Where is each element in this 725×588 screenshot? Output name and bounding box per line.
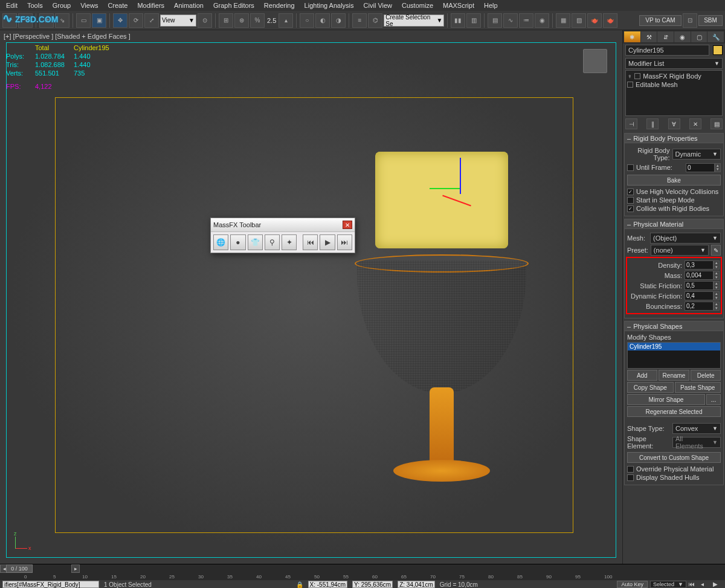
display-hulls-checkbox[interactable]: [627, 474, 634, 481]
mirror-shape-button[interactable]: Mirror Shape: [627, 394, 705, 405]
delete-shape-button[interactable]: Delete: [691, 370, 721, 381]
vp-to-cam-button[interactable]: VP to CAM: [639, 15, 682, 26]
tab-motion-icon[interactable]: ◉: [674, 31, 691, 42]
override-mat-checkbox[interactable]: [627, 466, 634, 473]
menu-customize[interactable]: Customize: [398, 2, 437, 9]
until-frame-checkbox[interactable]: [627, 164, 634, 171]
convert-shape-button[interactable]: Convert to Custom Shape: [627, 452, 721, 463]
massfx-world-icon[interactable]: 🌐: [213, 234, 228, 250]
collide-checkbox[interactable]: ✓: [627, 205, 634, 212]
stack-item-editmesh[interactable]: Editable Mesh: [627, 80, 721, 89]
stack-item-massfx[interactable]: ♀MassFX Rigid Body: [627, 72, 721, 80]
menu-rendering[interactable]: Rendering: [260, 2, 298, 9]
massfx-step-icon[interactable]: ⏭: [337, 234, 352, 250]
regen-button[interactable]: Regenerate Selected: [627, 406, 721, 417]
curve-editor-icon[interactable]: ∿: [503, 13, 518, 28]
render-setup-icon[interactable]: ▦: [556, 13, 570, 28]
modifier-stack[interactable]: ♀MassFX Rigid Body Editable Mesh: [625, 70, 723, 116]
sleep-checkbox[interactable]: [627, 197, 634, 204]
rollout-physmat-header[interactable]: Physical Material: [625, 219, 723, 229]
massfx-titlebar[interactable]: MassFX Toolbar ✕: [211, 218, 355, 231]
scale-icon[interactable]: ⤢: [144, 13, 159, 28]
object-color-swatch[interactable]: [713, 45, 723, 55]
coord-z[interactable]: Z: 34,041cm: [398, 581, 435, 588]
prev-frame-icon[interactable]: ◂: [701, 581, 710, 588]
preset-dropdown[interactable]: (none)▼: [651, 245, 709, 256]
menu-edit[interactable]: Edit: [2, 2, 21, 9]
shape-type-dropdown[interactable]: Convex▼: [672, 423, 721, 434]
snap2-icon[interactable]: ○: [300, 13, 314, 28]
material-icon[interactable]: ◉: [535, 13, 549, 28]
menu-create[interactable]: Create: [104, 2, 131, 9]
preset-edit-icon[interactable]: ✎: [711, 245, 721, 256]
massfx-toolbar-dialog[interactable]: MassFX Toolbar ✕ 🌐 ● 👕 ⚲ ✦ ⏮ ▶ ⏭: [210, 218, 355, 253]
keymode-dropdown[interactable]: Selected▼: [650, 581, 686, 588]
remove-icon[interactable]: ✕: [689, 118, 701, 129]
object-name-field[interactable]: Cylinder195: [625, 45, 709, 56]
time-slider[interactable]: ◂ 0 / 100 ▸: [0, 564, 725, 573]
rigid-type-dropdown[interactable]: Dynamic▼: [672, 149, 721, 160]
menu-help[interactable]: Help: [480, 2, 501, 9]
scene-object-goblet[interactable]: [357, 152, 526, 502]
tab-utilities-icon[interactable]: 🔧: [707, 31, 724, 42]
bounce-spinner[interactable]: ▴▾: [685, 302, 720, 311]
mirror-icon[interactable]: ▮▮: [451, 13, 465, 28]
massfx-play-icon[interactable]: ▶: [320, 234, 335, 250]
viewport-label[interactable]: [+] [Perspective ] [Shaded + Edged Faces…: [4, 33, 130, 40]
menu-lighting[interactable]: Lighting Analysis: [301, 2, 358, 9]
pivot-icon[interactable]: ⊙: [198, 13, 212, 28]
shape-item[interactable]: Cylinder195: [628, 343, 720, 351]
tab-create-icon[interactable]: ✱: [624, 31, 640, 42]
rollout-rigid-header[interactable]: Rigid Body Properties: [625, 134, 723, 143]
snap-percent-icon[interactable]: %: [250, 13, 265, 28]
snap-angle-icon[interactable]: ⊛: [234, 13, 249, 28]
select-region-icon[interactable]: ▣: [92, 13, 106, 28]
dope-icon[interactable]: ≔: [519, 13, 533, 28]
snap4-icon[interactable]: ◑: [331, 13, 346, 28]
mirror-options-button[interactable]: ...: [706, 394, 721, 405]
snap3-icon[interactable]: ◐: [315, 13, 330, 28]
coord-y[interactable]: Y: 295,636cm: [352, 581, 393, 588]
schematic-icon[interactable]: ⌬: [368, 13, 382, 28]
unique-icon[interactable]: ∀: [668, 118, 680, 129]
tab-modify-icon[interactable]: ⚒: [641, 31, 657, 42]
play-icon[interactable]: ▶: [713, 581, 723, 588]
bake-button[interactable]: Bake: [627, 175, 721, 186]
dfric-spinner[interactable]: ▴▾: [685, 291, 720, 300]
menu-grapheditors[interactable]: Graph Editors: [210, 2, 258, 9]
select-icon[interactable]: ▭: [76, 13, 91, 28]
maxscript-listener[interactable]: ifiers[#MassFX_Rigid_Body]: [2, 581, 99, 588]
render-icon[interactable]: 🫖: [587, 13, 602, 28]
massfx-reset-icon[interactable]: ⏮: [303, 234, 318, 250]
autokey-button[interactable]: Auto Key: [617, 581, 648, 588]
vp-icon[interactable]: ⊡: [683, 13, 697, 28]
tab-hierarchy-icon[interactable]: ⇵: [657, 31, 674, 42]
coord-x[interactable]: X: -551,94cm: [308, 581, 347, 588]
density-spinner[interactable]: ▴▾: [685, 260, 720, 270]
shapes-listbox[interactable]: Cylinder195: [627, 342, 721, 369]
viewcube[interactable]: [583, 49, 607, 73]
rollout-shapes-header[interactable]: Physical Shapes: [625, 321, 723, 331]
snap-move-icon[interactable]: ⊞: [219, 13, 233, 28]
close-icon[interactable]: ✕: [343, 221, 352, 229]
move-icon[interactable]: ✥: [113, 13, 127, 28]
massfx-ragdoll-icon[interactable]: ✦: [282, 234, 297, 250]
tab-display-icon[interactable]: ▢: [691, 31, 707, 42]
goto-start-icon[interactable]: ⏮: [689, 581, 698, 588]
shape-elem-dropdown[interactable]: All Elements▼: [672, 437, 721, 448]
menu-civilview[interactable]: Civil View: [360, 2, 396, 9]
highvel-checkbox[interactable]: ✓: [627, 189, 634, 195]
sfric-spinner[interactable]: ▴▾: [685, 281, 720, 290]
layers-icon[interactable]: ▤: [488, 13, 502, 28]
sbm-button[interactable]: SBM: [698, 15, 723, 26]
menu-modifiers[interactable]: Modifiers: [134, 2, 168, 9]
paste-shape-button[interactable]: Paste Shape: [675, 382, 721, 393]
ref-coord-dropdown[interactable]: View▼: [160, 15, 196, 27]
listener-icon[interactable]: ≡: [352, 13, 367, 28]
time-ruler[interactable]: 0 5 10 15 20 25 30 35 40 45 50 55 60 65 …: [0, 573, 725, 580]
timeline-next-icon[interactable]: ▸: [71, 564, 80, 573]
align-icon[interactable]: ▥: [466, 13, 481, 28]
selection-set-dropdown[interactable]: Create Selection Se▼: [384, 15, 444, 27]
render-frame-icon[interactable]: ▧: [572, 13, 586, 28]
massfx-cloth-icon[interactable]: 👕: [248, 234, 263, 250]
